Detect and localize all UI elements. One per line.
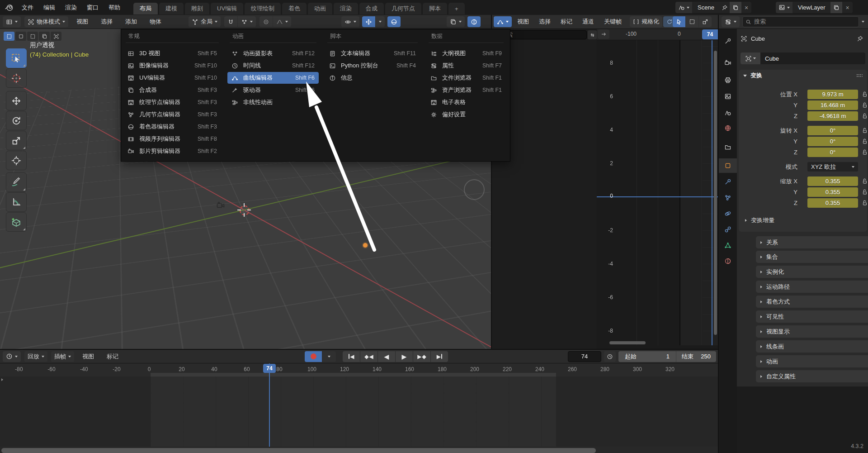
menu-window[interactable]: 窗口	[82, 0, 104, 15]
tab-rendering[interactable]: 渲染	[334, 3, 358, 14]
menu-item-outliner[interactable]: 大纲视图Shift F9	[426, 48, 506, 59]
viewport-menu-view[interactable]: 视图	[72, 15, 93, 29]
select-mode-subtract[interactable]	[27, 32, 38, 41]
select-mode-set[interactable]	[4, 32, 14, 41]
tab-shading[interactable]: 着色	[282, 3, 307, 14]
menu-item-texture-nodes[interactable]: 纹理节点编辑器Shift F3	[123, 96, 221, 108]
timeline-menu-marker[interactable]: 标记	[102, 350, 123, 363]
transform-orientation-dropdown[interactable]: 全局	[189, 16, 221, 27]
graph-vertical-scrollbar[interactable]	[714, 51, 717, 335]
section-viewport-display[interactable]: 视图显示	[756, 325, 868, 338]
gizmo-dropdown[interactable]	[376, 16, 385, 27]
jump-to-start-button[interactable]: ◀	[343, 351, 360, 362]
tool-cursor[interactable]	[6, 68, 27, 88]
menu-item-compositor[interactable]: 合成器Shift F3	[123, 84, 221, 96]
select-mode-extend[interactable]	[15, 32, 26, 41]
channels-expand-button[interactable]	[598, 29, 609, 39]
menu-item-preferences[interactable]: 偏好设置	[426, 109, 506, 120]
viewlayer-browse-button[interactable]	[776, 2, 793, 13]
menu-item-spreadsheet[interactable]: 电子表格	[426, 96, 506, 108]
menu-item-dope-sheet[interactable]: 动画摄影表Shift F12	[227, 48, 319, 59]
menu-item-timeline[interactable]: 时间线Shift F12	[227, 60, 319, 72]
lock-open-icon[interactable]	[862, 178, 868, 184]
tool-annotate[interactable]	[6, 172, 27, 192]
tab-tool[interactable]	[719, 34, 737, 48]
object-origin-dot[interactable]	[363, 243, 368, 248]
menu-item-uv-editor[interactable]: UV编辑器Shift F10	[123, 72, 221, 84]
menu-item-shader-editor[interactable]: 着色器编辑器Shift F3	[123, 121, 221, 133]
lock-open-icon[interactable]	[862, 189, 868, 195]
tool-add-cube[interactable]	[6, 212, 27, 232]
viewport-editor-type-button[interactable]	[3, 16, 21, 27]
object-name-field[interactable]: Cube	[760, 52, 865, 64]
timeline-editor-type-button[interactable]	[3, 351, 21, 362]
viewport-menu-add[interactable]: 添加	[121, 15, 142, 29]
menu-edit[interactable]: 编辑	[38, 0, 60, 15]
tab-physics[interactable]	[719, 207, 737, 220]
menu-item-movie-clip[interactable]: 影片剪辑编辑器Shift F2	[123, 145, 221, 157]
graph-canvas[interactable]: -100 0 74 8 6 4 2 0 -2 -4 -6 -8	[597, 29, 718, 349]
graph-box-select-tool[interactable]	[686, 16, 698, 27]
jump-to-end-button[interactable]: ▶	[431, 351, 448, 362]
viewlayer-name[interactable]: ViewLayer	[793, 4, 830, 11]
transform-panel-header[interactable]: 变换	[739, 70, 867, 81]
section-custom-properties[interactable]: 自定义属性	[756, 370, 868, 382]
show-overlays-toggle[interactable]	[387, 16, 401, 27]
timeline-menu-view[interactable]: 视图	[78, 350, 99, 363]
tab-geometry-nodes[interactable]: 几何节点	[385, 3, 421, 14]
menu-item-image-editor[interactable]: 图像编辑器Shift F10	[123, 60, 221, 72]
tool-rotate[interactable]	[6, 111, 27, 130]
viewport-menu-select[interactable]: 选择	[96, 15, 117, 29]
tab-output[interactable]	[719, 73, 737, 87]
tab-animation[interactable]: 动画	[308, 3, 332, 14]
lock-open-icon[interactable]	[862, 113, 868, 119]
tab-modifiers[interactable]	[719, 175, 737, 189]
keying-dropdown[interactable]: 插帧	[51, 351, 74, 362]
menu-item-asset-browser[interactable]: 资产浏览器Shift F1	[426, 84, 506, 96]
section-line-art[interactable]: 线条画	[756, 340, 868, 353]
next-keyframe-button[interactable]: ▶◆	[413, 351, 430, 362]
object-visibility-dropdown[interactable]	[341, 16, 359, 27]
section-relations[interactable]: 关系	[756, 236, 868, 248]
location-y-field[interactable]: 16.468 m	[807, 100, 858, 110]
graph-editor-type-button[interactable]	[494, 16, 512, 27]
tab-layout[interactable]: 布局	[133, 3, 158, 14]
menu-item-drivers[interactable]: 驱动器Shift F6	[227, 84, 319, 96]
tab-uv-editing[interactable]: UV编辑	[211, 3, 243, 14]
scale-x-field[interactable]: 0.355	[807, 176, 858, 186]
lock-open-icon[interactable]	[862, 127, 868, 134]
scale-y-field[interactable]: 0.355	[807, 187, 858, 197]
tab-world[interactable]	[719, 121, 737, 135]
prev-keyframe-button[interactable]: ◆◀	[360, 351, 377, 362]
graph-select-tool[interactable]	[673, 16, 685, 27]
tab-scene[interactable]	[719, 106, 737, 119]
tool-measure[interactable]	[6, 192, 27, 212]
show-gizmo-toggle[interactable]	[362, 16, 375, 27]
xray-toggle[interactable]	[447, 16, 465, 27]
lock-open-icon[interactable]	[862, 91, 868, 97]
graph-ruler[interactable]: -100 0 74	[597, 29, 718, 40]
tool-transform[interactable]	[6, 151, 27, 170]
graph-playhead-tag[interactable]: 74	[702, 29, 718, 39]
snap-target-dropdown[interactable]	[238, 16, 256, 27]
menu-item-text-editor[interactable]: 文本编辑器Shift F11	[325, 48, 420, 59]
scene-browse-button[interactable]	[675, 2, 692, 13]
tab-material[interactable]	[719, 254, 737, 268]
tab-scripting[interactable]: 脚本	[423, 3, 447, 14]
current-frame-field[interactable]: 74	[568, 351, 601, 362]
menu-item-3d-viewport[interactable]: 3D 视图Shift F5	[123, 48, 221, 59]
select-mode-invert[interactable]	[39, 32, 50, 41]
tab-texture-paint[interactable]: 纹理绘制	[245, 3, 281, 14]
location-x-field[interactable]: 9.973 m	[807, 90, 858, 99]
grip-icon[interactable]	[856, 74, 863, 77]
lock-open-icon[interactable]	[862, 149, 868, 155]
tab-sculpting[interactable]: 雕刻	[185, 3, 209, 14]
expand-region-arrow[interactable]	[1, 378, 3, 381]
timeline-playhead-line[interactable]	[269, 363, 270, 447]
section-visibility[interactable]: 可见性	[756, 310, 868, 323]
lock-open-icon[interactable]	[862, 138, 868, 144]
scene-new-button[interactable]	[730, 2, 741, 13]
snap-toggle[interactable]	[224, 16, 237, 27]
section-collections[interactable]: 集合	[756, 251, 868, 263]
use-preview-range-button[interactable]	[604, 351, 616, 362]
